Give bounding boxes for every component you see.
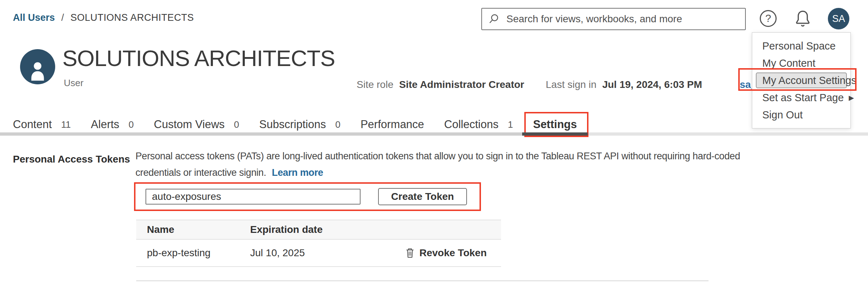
search-input[interactable] — [506, 13, 739, 25]
tab-collections[interactable]: Collections 1 — [444, 116, 513, 133]
site-role-label: Site role — [357, 79, 394, 90]
pat-description: Personal access tokens (PATs) are long-l… — [135, 148, 740, 181]
section-divider — [136, 280, 709, 281]
menu-item-personal-space[interactable]: Personal Space — [752, 37, 850, 55]
tab-count: 0 — [129, 119, 134, 130]
tab-label: Performance — [361, 118, 424, 131]
menu-item-label: My Content — [762, 57, 815, 69]
token-expiration-cell: Jul 10, 2025 — [250, 247, 401, 259]
learn-more-link[interactable]: Learn more — [272, 167, 323, 178]
menu-item-label: My Account Settings — [762, 75, 857, 86]
trash-icon — [405, 247, 415, 259]
tab-label: Subscriptions — [259, 118, 326, 131]
page-title: SOLUTIONS ARCHITECTS — [62, 45, 335, 71]
pat-description-line2: credentials or interactive signin. — [135, 167, 266, 178]
menu-item-label: Set as Start Page — [762, 92, 844, 104]
tab-subscriptions[interactable]: Subscriptions 0 — [259, 116, 340, 133]
user-type-label: User — [64, 78, 84, 89]
notifications-bell-icon[interactable] — [793, 9, 813, 29]
token-name-cell: pb-exp-testing — [136, 247, 250, 259]
person-icon — [27, 58, 49, 84]
pat-description-line1: Personal access tokens (PATs) are long-l… — [135, 148, 740, 164]
tab-settings[interactable]: Settings — [533, 116, 577, 133]
tab-alerts[interactable]: Alerts 0 — [91, 116, 134, 133]
pat-section-label: Personal Access Tokens — [13, 154, 130, 165]
tab-count: 0 — [335, 119, 340, 130]
menu-item-my-content[interactable]: My Content — [752, 55, 850, 72]
tab-count: 0 — [234, 119, 239, 130]
tab-label: Alerts — [91, 118, 119, 131]
tab-count: 1 — [508, 119, 513, 130]
tab-bar-track — [0, 132, 559, 136]
site-role-value: Site Administrator Creator — [399, 79, 524, 90]
tab-label: Content — [13, 118, 52, 131]
breadcrumb-separator: / — [61, 12, 64, 23]
column-header-name: Name — [136, 224, 250, 235]
menu-item-my-account-settings[interactable]: My Account Settings — [756, 72, 847, 88]
submenu-arrow-icon: ▶ — [849, 94, 854, 102]
user-menu: Personal Space My Content My Account Set… — [752, 32, 851, 128]
breadcrumb-all-users-link[interactable]: All Users — [13, 12, 55, 23]
search-icon — [488, 13, 500, 25]
tab-content[interactable]: Content 11 — [13, 116, 71, 133]
table-row: pb-exp-testing Jul 10, 2025 Revoke Token — [136, 240, 501, 267]
last-sign-in-label: Last sign in — [546, 79, 597, 90]
account-settings-page: All Users / SOLUTIONS ARCHITECTS ? SA Pe… — [0, 0, 868, 305]
tab-bar: Content 11 Alerts 0 Custom Views 0 Subsc… — [13, 116, 597, 133]
menu-item-label: Sign Out — [762, 109, 803, 121]
last-sign-in-value: Jul 19, 2024, 6:03 PM — [602, 79, 702, 90]
avatar-initials: SA — [832, 13, 845, 24]
menu-item-set-as-start-page[interactable]: Set as Start Page ▶ — [752, 89, 850, 106]
pat-description-line2-wrap: credentials or interactive signin.Learn … — [135, 164, 740, 181]
revoke-token-button[interactable]: Revoke Token — [401, 247, 501, 259]
tab-bar-track-right — [559, 132, 868, 136]
help-glyph: ? — [765, 13, 771, 24]
tab-custom-views[interactable]: Custom Views 0 — [154, 116, 239, 133]
menu-item-label: Personal Space — [762, 40, 836, 52]
tab-label: Custom Views — [154, 118, 225, 131]
token-table-header: Name Expiration date — [136, 220, 501, 240]
profile-avatar — [20, 49, 55, 84]
user-avatar[interactable]: SA — [828, 8, 849, 29]
tab-label: Collections — [444, 118, 499, 131]
breadcrumb: All Users / SOLUTIONS ARCHITECTS — [13, 12, 194, 23]
revoke-token-label: Revoke Token — [419, 247, 487, 259]
breadcrumb-current: SOLUTIONS ARCHITECTS — [71, 12, 194, 23]
create-token-button[interactable]: Create Token — [378, 188, 467, 205]
token-table: Name Expiration date pb-exp-testing Jul … — [136, 220, 501, 267]
search-bar[interactable] — [481, 8, 746, 30]
help-icon[interactable]: ? — [760, 10, 777, 27]
token-name-input[interactable] — [146, 189, 361, 205]
tab-performance[interactable]: Performance — [361, 116, 424, 133]
tab-label: Settings — [533, 118, 577, 131]
column-header-expiration: Expiration date — [250, 224, 401, 235]
menu-item-sign-out[interactable]: Sign Out — [752, 106, 850, 123]
tab-count: 11 — [61, 119, 71, 130]
